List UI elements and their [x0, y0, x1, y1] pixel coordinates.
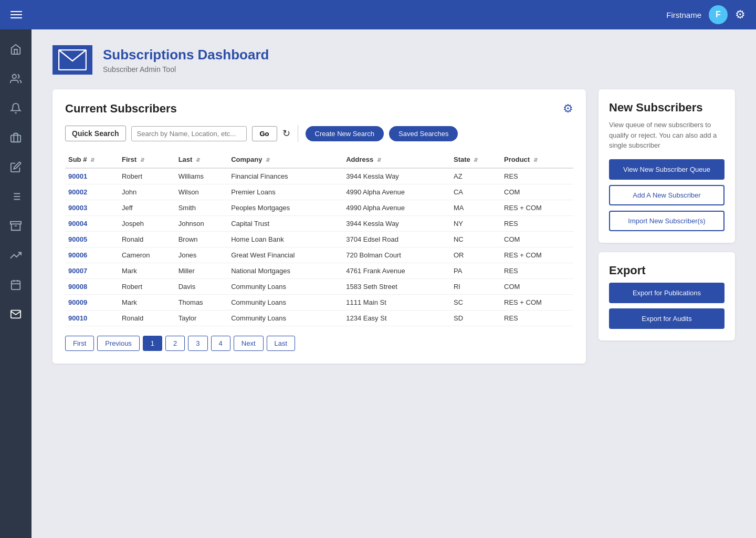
- sidebar-item-home[interactable]: [0, 38, 32, 63]
- sort-icon-first[interactable]: ⇵: [140, 157, 144, 163]
- sidebar-item-users[interactable]: [0, 67, 32, 92]
- settings-icon[interactable]: ⚙: [735, 8, 746, 22]
- page-button-2[interactable]: 2: [165, 336, 185, 351]
- sub-link[interactable]: 90004: [68, 220, 87, 227]
- sort-icon-sub[interactable]: ⇵: [90, 157, 94, 163]
- cell-sub: 90010: [65, 311, 119, 326]
- sort-icon-product[interactable]: ⇵: [533, 157, 538, 163]
- col-header-product: Product ⇵: [501, 151, 573, 168]
- sort-icon-last[interactable]: ⇵: [196, 157, 200, 163]
- cell-state: NY: [450, 216, 501, 232]
- sidebar: [0, 29, 32, 538]
- table-settings-icon[interactable]: ⚙: [563, 102, 573, 116]
- table-card-title: Current Subscribers: [65, 102, 177, 116]
- first-page-button[interactable]: First: [65, 336, 94, 351]
- cell-last: Davis: [175, 279, 228, 295]
- sub-link[interactable]: 90009: [68, 298, 87, 306]
- cell-first: Ronald: [119, 311, 175, 326]
- edit-icon: [10, 161, 22, 175]
- envelope-large-icon: [58, 49, 87, 70]
- cell-address: 3704 Edsel Road: [343, 232, 450, 247]
- new-subscribers-desc: View queue of new subscribers to qualify…: [609, 120, 724, 151]
- sidebar-item-archive[interactable]: [0, 214, 32, 240]
- cell-state: NC: [450, 232, 501, 247]
- reset-icon[interactable]: ↻: [282, 128, 290, 139]
- cell-product: RES: [501, 263, 573, 279]
- next-page-button[interactable]: Next: [234, 336, 264, 351]
- hamburger-menu[interactable]: [10, 11, 22, 18]
- page-button-3[interactable]: 3: [188, 336, 207, 351]
- sidebar-item-list[interactable]: [0, 185, 32, 210]
- mail-icon: [10, 308, 22, 323]
- sidebar-item-notifications[interactable]: [0, 97, 32, 122]
- new-subscribers-card: New Subscribers View queue of new subscr…: [598, 89, 735, 243]
- nav-right: Firstname F ⚙: [666, 5, 746, 24]
- cell-product: RES: [501, 168, 573, 184]
- create-new-search-button[interactable]: Create New Search: [306, 126, 384, 141]
- nav-left: [10, 11, 22, 18]
- cell-address: 4990 Alpha Avenue: [343, 200, 450, 216]
- briefcase-icon: [10, 132, 22, 146]
- cell-address: 4761 Frank Avenue: [343, 263, 450, 279]
- search-row: Quick Search Go ↻ Create New Search Save…: [65, 125, 573, 142]
- cell-state: RI: [450, 279, 501, 295]
- add-new-subscriber-button[interactable]: Add A New Subscriber: [609, 185, 724, 205]
- cell-company: Premier Loans: [228, 184, 343, 200]
- sub-link[interactable]: 90010: [68, 314, 87, 322]
- cell-company: Community Loans: [228, 311, 343, 326]
- cell-state: SC: [450, 295, 501, 311]
- cell-sub: 90007: [65, 263, 119, 279]
- sub-link[interactable]: 90003: [68, 204, 87, 212]
- cell-product: COM: [501, 232, 573, 247]
- main-content: Subscriptions Dashboard Subscriber Admin…: [32, 29, 756, 538]
- sub-link[interactable]: 90005: [68, 235, 87, 243]
- saved-searches-button[interactable]: Saved Searches: [389, 126, 458, 141]
- cell-last: Williams: [175, 168, 228, 184]
- sub-link[interactable]: 90006: [68, 251, 87, 259]
- export-audits-button[interactable]: Export for Audits: [609, 308, 724, 329]
- sort-icon-company[interactable]: ⇵: [266, 157, 270, 163]
- page-button-1[interactable]: 1: [143, 336, 162, 351]
- last-page-button[interactable]: Last: [267, 336, 296, 351]
- table-row: 90009 Mark Thomas Community Loans 1111 M…: [65, 295, 573, 311]
- export-publications-button[interactable]: Export for Publications: [609, 283, 724, 303]
- search-input[interactable]: [131, 126, 247, 141]
- sidebar-item-calendar[interactable]: [0, 273, 32, 298]
- cell-address: 720 Bolman Court: [343, 247, 450, 263]
- cell-sub: 90008: [65, 279, 119, 295]
- cell-last: Wilson: [175, 184, 228, 200]
- sort-icon-state[interactable]: ⇵: [474, 157, 478, 163]
- sub-link[interactable]: 90007: [68, 267, 87, 275]
- page-icon-container: [52, 45, 92, 75]
- cell-product: RES + COM: [501, 247, 573, 263]
- right-panel: New Subscribers View queue of new subscr…: [598, 89, 735, 340]
- sidebar-item-mail[interactable]: [0, 303, 32, 328]
- prev-page-button[interactable]: Previous: [97, 336, 140, 351]
- table-row: 90008 Robert Davis Community Loans 1583 …: [65, 279, 573, 295]
- sidebar-item-analytics[interactable]: [0, 244, 32, 269]
- quick-search-label: Quick Search: [65, 126, 126, 141]
- sub-link[interactable]: 90002: [68, 188, 87, 196]
- page-header: Subscriptions Dashboard Subscriber Admin…: [52, 45, 735, 75]
- cell-last: Taylor: [175, 311, 228, 326]
- table-row: 90004 Jospeh Johnson Capital Trust 3944 …: [65, 216, 573, 232]
- go-button[interactable]: Go: [252, 126, 277, 141]
- sub-link[interactable]: 90008: [68, 283, 87, 291]
- sub-link[interactable]: 90001: [68, 172, 87, 180]
- cell-first: Mark: [119, 263, 175, 279]
- list-icon: [10, 191, 22, 205]
- sidebar-item-edit[interactable]: [0, 156, 32, 181]
- cell-last: Miller: [175, 263, 228, 279]
- table-row: 90006 Cameron Jones Great West Financial…: [65, 247, 573, 263]
- import-subscriber-button[interactable]: Import New Subscriber(s): [609, 211, 724, 231]
- sort-icon-address[interactable]: ⇵: [377, 157, 381, 163]
- page-button-4[interactable]: 4: [211, 336, 230, 351]
- view-queue-button[interactable]: View New Subscriber Queue: [609, 159, 724, 180]
- sidebar-item-briefcase[interactable]: [0, 126, 32, 151]
- cell-sub: 90005: [65, 232, 119, 247]
- page-title: Subscriptions Dashboard: [103, 47, 269, 63]
- cell-product: RES: [501, 311, 573, 326]
- avatar: F: [709, 5, 728, 24]
- page-title-block: Subscriptions Dashboard Subscriber Admin…: [103, 47, 269, 74]
- cell-sub: 90003: [65, 200, 119, 216]
